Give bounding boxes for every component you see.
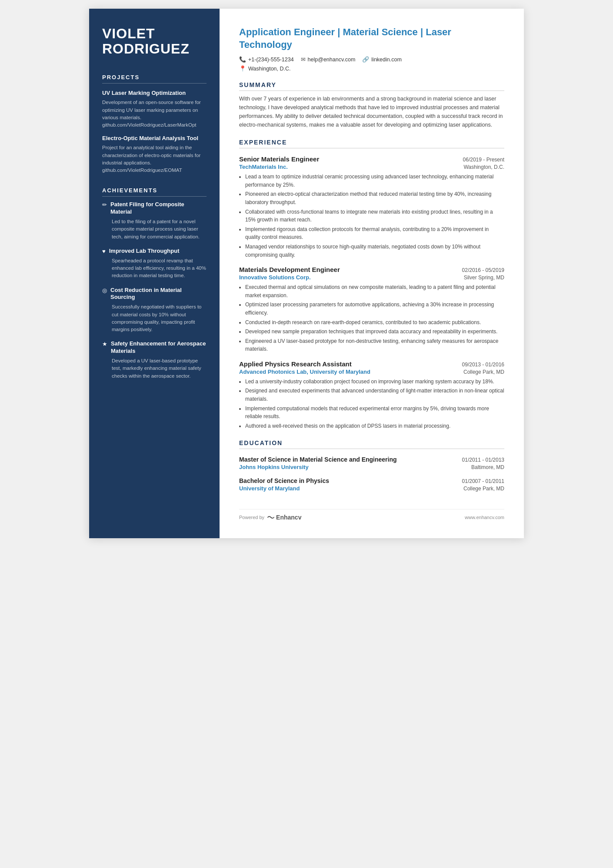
linkedin-icon: 🔗 bbox=[362, 56, 369, 63]
bullet: Implemented rigorous data collection pro… bbox=[245, 225, 504, 241]
degree-2-school: University of Maryland bbox=[239, 485, 300, 492]
project-desc-1: Development of an open-source software f… bbox=[102, 99, 207, 129]
email-icon: ✉ bbox=[301, 56, 306, 63]
project-desc-2: Project for an analytical tool aiding in… bbox=[102, 144, 207, 174]
achievements-title: ACHIEVEMENTS bbox=[102, 187, 207, 197]
education-section-title: EDUCATION bbox=[239, 439, 504, 449]
achievement-header-1: ✏ Patent Filing for Composite Material bbox=[102, 201, 207, 216]
achievement-title-2: Improved Lab Throughput bbox=[109, 248, 180, 255]
job-3-bullets: Led a university-industry collaboration … bbox=[239, 378, 504, 430]
degree-2-date: 01/2007 - 01/2011 bbox=[462, 478, 504, 484]
resume-page: VIOLET RODRIGUEZ PROJECTS UV Laser Marki… bbox=[89, 9, 524, 538]
email-address: help@enhancv.com bbox=[308, 57, 356, 63]
project-title-2: Electro-Optic Material Analysis Tool bbox=[102, 135, 207, 141]
project-title-1: UV Laser Marking Optimization bbox=[102, 90, 207, 96]
job-1: Senior Materials Engineer 06/2019 - Pres… bbox=[239, 155, 504, 259]
achievement-header-4: ★ Safety Enhancement for Aerospace Mater… bbox=[102, 340, 207, 355]
degree-1-row: Master of Science in Material Science an… bbox=[239, 456, 504, 463]
projects-section: PROJECTS UV Laser Marking Optimization D… bbox=[102, 74, 207, 174]
job-2-location: Silver Spring, MD bbox=[464, 275, 504, 281]
degree-1-school-row: Johns Hopkins University Baltimore, MD bbox=[239, 464, 504, 470]
bullet: Optimized laser processing parameters fo… bbox=[245, 301, 504, 317]
degree-2-row: Bachelor of Science in Physics 01/2007 -… bbox=[239, 477, 504, 484]
bullet: Pioneered an electro-optical characteriz… bbox=[245, 190, 504, 206]
job-2-date: 02/2016 - 05/2019 bbox=[462, 267, 504, 273]
degree-1-school: Johns Hopkins University bbox=[239, 464, 309, 470]
job-title: Application Engineer | Material Science … bbox=[239, 26, 504, 51]
achievements-section: ACHIEVEMENTS ✏ Patent Filing for Composi… bbox=[102, 187, 207, 386]
job-2-company-row: Innovative Solutions Corp. Silver Spring… bbox=[239, 274, 504, 281]
job-1-bullets: Lead a team to optimize industrial ceram… bbox=[239, 173, 504, 259]
phone-icon: 📞 bbox=[239, 56, 246, 63]
job-3: Applied Physics Research Assistant 09/20… bbox=[239, 360, 504, 430]
summary-text: With over 7 years of experience in lab e… bbox=[239, 94, 504, 129]
degree-2-school-row: University of Maryland College Park, MD bbox=[239, 485, 504, 492]
target-icon: ◎ bbox=[102, 287, 107, 294]
achievement-desc-3: Successfully negotiated with suppliers t… bbox=[102, 303, 207, 333]
projects-title: PROJECTS bbox=[102, 74, 207, 84]
job-3-header: Applied Physics Research Assistant 09/20… bbox=[239, 360, 504, 368]
contact-row: 📞 +1-(234)-555-1234 ✉ help@enhancv.com 🔗… bbox=[239, 56, 504, 63]
bullet: Conducted in-depth research on rare-eart… bbox=[245, 318, 504, 327]
bullet: Developed new sample preparation techniq… bbox=[245, 328, 504, 336]
degree-2-location: College Park, MD bbox=[463, 486, 504, 492]
achievement-item-2: ♥ Improved Lab Throughput Spearheaded a … bbox=[102, 248, 207, 280]
heart-icon: ♥ bbox=[102, 248, 106, 255]
achievement-header-2: ♥ Improved Lab Throughput bbox=[102, 248, 207, 255]
powered-by-label: Powered by bbox=[239, 515, 264, 520]
job-1-company: TechMaterials Inc. bbox=[239, 164, 288, 170]
degree-2-title: Bachelor of Science in Physics bbox=[239, 477, 329, 484]
email-contact: ✉ help@enhancv.com bbox=[301, 56, 356, 63]
footer-url: www.enhancv.com bbox=[465, 515, 504, 520]
bullet: Lead a team to optimize industrial ceram… bbox=[245, 173, 504, 189]
bullet: Managed vendor relationships to source h… bbox=[245, 243, 504, 259]
enhancv-logo: Enhancv bbox=[267, 514, 301, 521]
project-item-1: UV Laser Marking Optimization Developmen… bbox=[102, 90, 207, 129]
name-block: VIOLET RODRIGUEZ bbox=[102, 26, 207, 57]
candidate-name: VIOLET RODRIGUEZ bbox=[102, 26, 207, 57]
location-contact: 📍 Washington, D.C. bbox=[239, 65, 291, 72]
linkedin-url: linkedin.com bbox=[371, 57, 401, 63]
degree-2: Bachelor of Science in Physics 01/2007 -… bbox=[239, 477, 504, 492]
job-1-company-row: TechMaterials Inc. Washington, D.C. bbox=[239, 164, 504, 170]
job-2-header: Materials Development Engineer 02/2016 -… bbox=[239, 266, 504, 273]
job-2-title: Materials Development Engineer bbox=[239, 266, 340, 273]
degree-1-date: 01/2011 - 01/2013 bbox=[462, 457, 504, 463]
bullet: Collaborated with cross-functional teams… bbox=[245, 208, 504, 224]
star-icon: ★ bbox=[102, 341, 107, 347]
phone-number: +1-(234)-555-1234 bbox=[248, 57, 294, 63]
job-1-header: Senior Materials Engineer 06/2019 - Pres… bbox=[239, 155, 504, 163]
footer: Powered by Enhancv www.enhancv.com bbox=[239, 509, 504, 521]
degree-1: Master of Science in Material Science an… bbox=[239, 456, 504, 470]
bullet: Designed and executed experiments that a… bbox=[245, 387, 504, 403]
bullet: Implemented computational models that re… bbox=[245, 405, 504, 421]
achievement-title-4: Safety Enhancement for Aerospace Materia… bbox=[111, 340, 207, 355]
brand-name: Enhancv bbox=[276, 514, 301, 521]
achievement-header-3: ◎ Cost Reduction in Material Sourcing bbox=[102, 287, 207, 302]
degree-1-location: Baltimore, MD bbox=[471, 464, 504, 470]
bullet: Authored a well-received thesis on the a… bbox=[245, 422, 504, 430]
bullet: Led a university-industry collaboration … bbox=[245, 378, 504, 386]
location-icon: 📍 bbox=[239, 65, 246, 72]
achievement-item-4: ★ Safety Enhancement for Aerospace Mater… bbox=[102, 340, 207, 380]
location-text: Washington, D.C. bbox=[248, 66, 291, 72]
achievement-item-3: ◎ Cost Reduction in Material Sourcing Su… bbox=[102, 287, 207, 334]
job-1-title: Senior Materials Engineer bbox=[239, 155, 319, 163]
job-3-date: 09/2013 - 01/2016 bbox=[462, 362, 504, 368]
linkedin-contact: 🔗 linkedin.com bbox=[362, 56, 401, 63]
experience-section-title: EXPERIENCE bbox=[239, 139, 504, 148]
achievement-title-1: Patent Filing for Composite Material bbox=[110, 201, 207, 216]
main-content: Application Engineer | Material Science … bbox=[220, 9, 524, 538]
job-3-title: Applied Physics Research Assistant bbox=[239, 360, 352, 368]
job-1-location: Washington, D.C. bbox=[463, 164, 504, 170]
bullet: Executed thermal and optical simulations… bbox=[245, 283, 504, 299]
achievement-desc-2: Spearheaded a protocol revamp that enhan… bbox=[102, 257, 207, 280]
job-3-company: Advanced Photonics Lab, University of Ma… bbox=[239, 369, 370, 375]
location-row: 📍 Washington, D.C. bbox=[239, 65, 504, 72]
achievement-desc-1: Led to the filing of a patent for a nove… bbox=[102, 218, 207, 241]
bullet: Engineered a UV laser-based prototype fo… bbox=[245, 337, 504, 353]
pencil-icon: ✏ bbox=[102, 201, 107, 208]
powered-by: Powered by Enhancv bbox=[239, 514, 301, 521]
sidebar: VIOLET RODRIGUEZ PROJECTS UV Laser Marki… bbox=[89, 9, 220, 538]
job-1-date: 06/2019 - Present bbox=[463, 157, 504, 163]
